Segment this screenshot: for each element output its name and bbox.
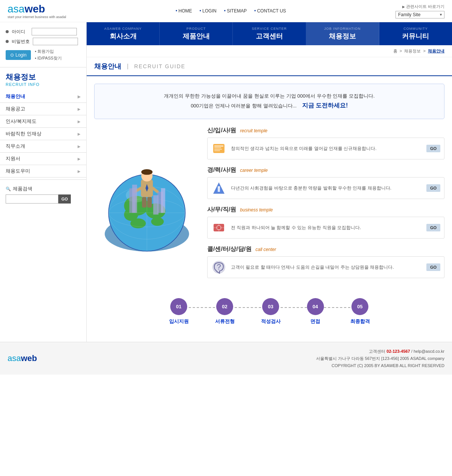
sidebar-item-talent[interactable]: 바람직한 인재상 ▶: [0, 128, 86, 140]
svg-rect-40: [214, 145, 223, 147]
content-grid: 신/입/사/원 recruit temple: [94, 127, 444, 285]
go-button-career[interactable]: GO: [426, 184, 440, 192]
svg-rect-38: [153, 195, 159, 214]
nav-kr-community: 커뮤니티: [381, 32, 450, 41]
sidebar-item-recruit-help[interactable]: 채용도우미 ▶: [0, 165, 86, 178]
category-callcenter: 콜/센/터/상/담/원 call center ?: [207, 245, 444, 278]
page-header: 채용안내 | RECRUIT GUIDE: [87, 57, 452, 76]
nav-en-product: PRODUCT: [162, 27, 231, 31]
intro-box: 개개인의 무한한 가능성을 이끌어내 꿈을 현실로 이루는 기업 000에서 우…: [94, 84, 444, 119]
page-title-en: RECRUIT GUIDE: [134, 63, 185, 69]
step-2: 02 서류전형: [215, 298, 235, 325]
login-button[interactable]: ⊙ Login: [6, 50, 31, 60]
go-button-office[interactable]: GO: [426, 224, 440, 231]
svg-rect-30: [142, 197, 147, 208]
category-icon-career: [211, 181, 226, 196]
globe-figure: [94, 127, 200, 285]
intro-text2: 000기업은 언제나 여러분을 향해 열려있습니다... 지금 도전하세요!: [102, 100, 437, 111]
related-link: 관련사이트 바로가기: [402, 4, 444, 9]
category-career: 경/력/사/원 career temple: [207, 166, 444, 199]
findpass-link[interactable]: ID/PASS찾기: [35, 55, 62, 62]
svg-point-18: [151, 217, 164, 226]
category-kr-office: 사/무/직/원: [207, 206, 236, 214]
menu-arrow-5: ▶: [78, 144, 81, 148]
breadcrumb-section[interactable]: 채용정보: [404, 49, 421, 53]
category-icon-callcenter: ?: [211, 260, 226, 275]
svg-rect-35: [132, 185, 137, 213]
logo-web: web: [24, 3, 45, 15]
category-en-office: business temple: [240, 207, 273, 213]
menu-arrow-3: ▶: [78, 119, 81, 124]
sidebar-item-job-posting[interactable]: 채용공고 ▶: [0, 103, 86, 115]
go-button-new[interactable]: GO: [426, 145, 440, 152]
sidebar-item-job-desc[interactable]: 직무소개 ▶: [0, 140, 86, 153]
logo: asaweb start your internet business with…: [8, 3, 66, 19]
svg-text:?: ?: [217, 263, 221, 271]
step-3: 03 적성검사: [261, 298, 281, 325]
category-office: 사/무/직/원 business temple: [207, 206, 444, 239]
go-button-callcenter[interactable]: GO: [426, 263, 440, 271]
id-input[interactable]: [32, 28, 77, 35]
content-wrap: 홈 > 채용정보 > 채용안내 채용안내 | RECRUIT GUIDE 개개인…: [87, 45, 452, 342]
login-box: 아이디 비밀번호 ⊙ Login 회원가입 ID/PASS찾기: [0, 22, 86, 67]
sidebar-item-hr-welfare[interactable]: 인사/복지제도 ▶: [0, 115, 86, 128]
nav-item-community[interactable]: COMMUNITY 커뮤니티: [379, 22, 452, 45]
login-icon: ⊙: [10, 52, 14, 58]
category-desc-office: 전 직원과 하나되어 늘 함께할 수 있는 유능한 직원을 모집합니다.: [231, 224, 422, 231]
logo-sub: start your internet business with asadal: [8, 15, 66, 19]
nav-item-job[interactable]: JOB INFORMATION 채용정보: [306, 22, 379, 45]
footer-info: 고객센터 02-123-4567 / help@ascd.co.kr 서울특별시…: [316, 348, 444, 369]
section-title-box: 채용정보 RECRUIT INFO: [0, 67, 86, 89]
category-kr-new: 신/입/사/원: [207, 127, 236, 135]
category-en-career: career temple: [240, 168, 267, 173]
step-label-2: 서류전형: [215, 318, 235, 325]
nav-home[interactable]: HOME: [176, 8, 192, 14]
category-desc-career: 다년간의 사회경험을 바탕으로 충분한 역량을 발휘할 우수한 인재를 채용합니…: [231, 185, 422, 191]
family-site-wrapper: Family Site: [396, 11, 444, 18]
step-circle-2: 02: [216, 298, 233, 315]
search-input[interactable]: [6, 194, 58, 204]
page-title-kr: 채용안내: [94, 62, 121, 71]
step-label-3: 적성검사: [261, 318, 281, 325]
nav-item-company[interactable]: ASAWEB COMPANY 회사소개: [87, 22, 160, 45]
main-layout: 아이디 비밀번호 ⊙ Login 회원가입 ID/PASS찾기: [0, 22, 452, 342]
nav-item-service[interactable]: SERVICE CENTER 고객센터: [233, 22, 306, 45]
search-go-button[interactable]: GO: [58, 194, 71, 204]
breadcrumb-home[interactable]: 홈: [393, 49, 397, 53]
category-desc-new: 창의적인 생각과 넘치는 의욕으로 미래를 열어갈 인재를 신규채용합니다.: [231, 145, 422, 152]
sidebar-item-recruit-guide[interactable]: 채용안내 ▶: [0, 90, 86, 103]
nav-sitemap[interactable]: SITEMAP: [224, 8, 247, 14]
category-kr-callcenter: 콜/센/터/상/담/원: [207, 245, 252, 253]
join-link[interactable]: 회원가입: [35, 48, 62, 55]
family-site-select[interactable]: Family Site: [396, 11, 444, 18]
nav-kr-job: 채용정보: [308, 32, 377, 41]
category-en-callcenter: call center: [255, 247, 276, 252]
step-arrow-4: [324, 307, 350, 308]
nav-contact[interactable]: CONTACT US: [254, 8, 286, 14]
footer-phone: 02-123-4567: [386, 349, 410, 354]
nav-login[interactable]: LOGIN: [200, 8, 217, 14]
menu-arrow-7: ▶: [78, 169, 81, 173]
footer-logo: asaweb: [8, 354, 37, 363]
svg-rect-47: [218, 186, 220, 188]
id-label: 아이디: [12, 29, 29, 35]
sidebar-menu: 채용안내 ▶ 채용공고 ▶ 인사/복지제도 ▶ 바람직한 인재상 ▶ 직무소개 …: [0, 89, 86, 179]
category-desc-callcenter: 고객이 필요로 할 때마다 언제나 도움의 손길을 내밀어 주는 상담원을 채용…: [231, 264, 422, 271]
step-circle-4: 04: [307, 298, 324, 315]
section-title-kr: 채용정보: [6, 72, 81, 82]
sidebar-item-application[interactable]: 지원서 ▶: [0, 153, 86, 165]
step-arrow-1: [189, 307, 215, 308]
login-label: Login: [15, 52, 26, 58]
pw-input[interactable]: [33, 38, 78, 45]
menu-arrow-6: ▶: [78, 157, 81, 161]
svg-rect-41: [214, 147, 221, 148]
id-dot: [6, 30, 9, 33]
breadcrumb-current: 채용안내: [428, 49, 444, 53]
category-new: 신/입/사/원 recruit temple: [207, 127, 444, 159]
svg-point-28: [141, 169, 153, 175]
logo-asa: asa: [8, 3, 24, 15]
nav-kr-product: 제품안내: [162, 32, 231, 41]
svg-rect-46: [218, 187, 220, 192]
category-kr-career: 경/력/사/원: [207, 166, 236, 174]
nav-item-product[interactable]: PRODUCT 제품안내: [160, 22, 233, 45]
